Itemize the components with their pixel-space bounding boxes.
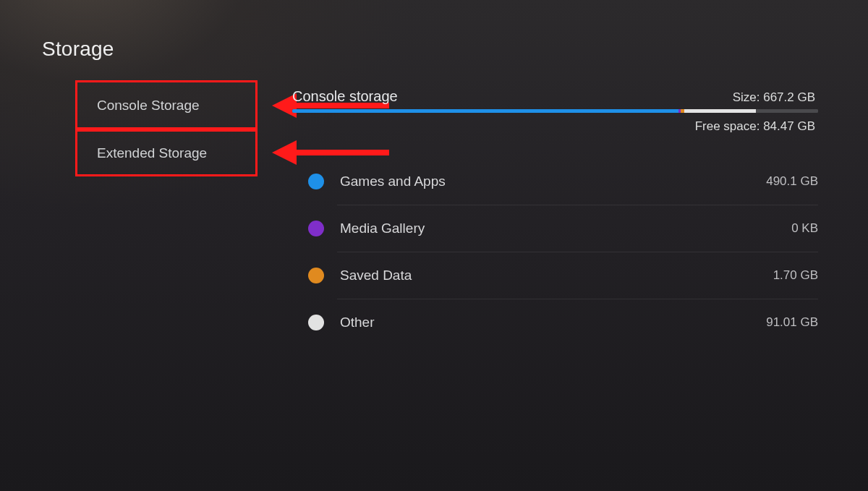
- dot-icon-other: [308, 315, 324, 330]
- pane-heading: Console storage: [292, 88, 398, 105]
- category-list: Games and Apps 490.1 GB Media Gallery 0 …: [308, 158, 818, 346]
- category-label: Saved Data: [340, 268, 412, 283]
- category-row-games[interactable]: Games and Apps 490.1 GB: [308, 158, 818, 205]
- category-value: 0 KB: [791, 221, 818, 236]
- category-value: 490.1 GB: [766, 174, 818, 189]
- category-label: Media Gallery: [340, 221, 425, 236]
- dot-icon-games: [308, 174, 324, 189]
- dot-icon-saved: [308, 268, 324, 283]
- bar-segment-free: [756, 109, 818, 113]
- page-title: Storage: [42, 38, 114, 61]
- category-value: 91.01 GB: [766, 315, 818, 330]
- category-label: Other: [340, 315, 375, 330]
- menu-item-console-storage[interactable]: Console Storage: [77, 82, 257, 129]
- category-row-saved[interactable]: Saved Data 1.70 GB: [308, 252, 818, 299]
- bar-segment-other: [684, 109, 756, 113]
- category-value: 1.70 GB: [773, 268, 818, 283]
- category-label: Games and Apps: [340, 174, 446, 189]
- svg-marker-1: [272, 140, 297, 165]
- storage-usage-bar: [292, 109, 818, 113]
- bar-segment-games: [292, 109, 678, 113]
- storage-free-label: Free space: 84.47 GB: [695, 119, 815, 134]
- menu-item-extended-storage[interactable]: Extended Storage: [77, 131, 257, 176]
- storage-size-label: Size: 667.2 GB: [733, 90, 815, 105]
- dot-icon-media: [308, 221, 324, 236]
- category-row-media[interactable]: Media Gallery 0 KB: [308, 205, 818, 252]
- category-row-other[interactable]: Other 91.01 GB: [308, 299, 818, 346]
- annotation-arrow-extended: [292, 150, 389, 155]
